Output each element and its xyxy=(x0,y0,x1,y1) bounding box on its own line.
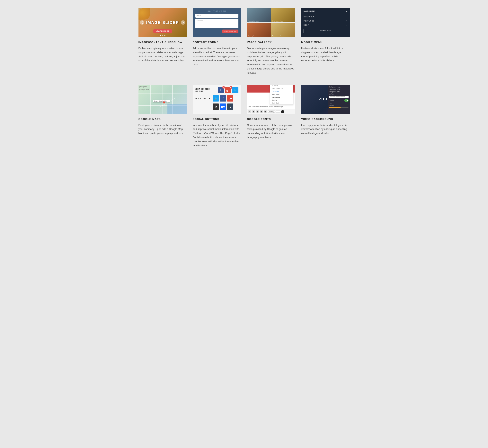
font-option-droid-serif[interactable]: Droid Serif xyxy=(270,102,293,104)
card-title-video-background: VIDEO BACKGROUND xyxy=(301,118,350,120)
video-opacity-slider-track[interactable] xyxy=(329,107,348,108)
map-label-times-square: Times Square xyxy=(139,87,151,88)
fonts-toolbar-btn-3[interactable]: ⬛ xyxy=(256,110,259,113)
hamburger-icon[interactable]: ≡ xyxy=(346,10,347,13)
gallery-caption-4: Type caption here xyxy=(272,35,283,37)
slider-dot-2[interactable] xyxy=(162,35,163,36)
gallery-cell-4[interactable]: Type caption here xyxy=(271,23,295,37)
card-desc-mobile-menu: Horizontal site menu folds itself into a… xyxy=(301,46,350,63)
video-panel-overlay: Overlay xyxy=(329,99,348,102)
follow-facebook-button[interactable]: f xyxy=(220,95,226,102)
video-url-input[interactable]: http://www.youtube.com/watd xyxy=(329,96,348,98)
video-opacity-slider-fill xyxy=(329,107,341,108)
video-panel-label-bg-video: Background Video xyxy=(329,91,340,92)
share-facebook-button[interactable]: f 192 xyxy=(218,87,224,93)
fonts-editor-toolbar: ✂ ⬛ ⬛ ⬛ ⬛ Raleway 17 xyxy=(247,109,296,114)
gallery-caption-3: Type caption here xyxy=(248,35,259,37)
contact-form-heading: CONTACT FORM xyxy=(195,10,239,12)
contact-form-name-input[interactable]: Name* xyxy=(195,14,239,18)
slider-learn-more-button[interactable]: LEARN MORE xyxy=(153,29,172,33)
mobile-menu-download-button[interactable]: DOWNLOAD xyxy=(304,29,347,33)
googleplus-count-badge: 47 xyxy=(229,86,232,89)
map-text-labels: Jacob K. Javits Times Square Convention … xyxy=(139,86,151,92)
font-option-pt-sans[interactable]: PT Sans xyxy=(270,85,293,87)
follow-twitter-button[interactable]: 🐦 xyxy=(213,95,219,102)
video-panel-bg-color: Background Color xyxy=(329,89,348,90)
font-dropdown[interactable]: PT Sans Open Sans Con... ✓Raleway Droid … xyxy=(270,85,293,105)
slider-dots xyxy=(160,35,166,36)
map-preview: Jacob K. Javits Times Square Convention … xyxy=(138,85,187,114)
font-size-select[interactable]: 17 xyxy=(276,111,280,113)
share-icons-row: f 192 g+ 47 🐦 xyxy=(218,87,239,93)
fonts-toolbar-btn-4[interactable]: ⬛ xyxy=(260,110,263,113)
contact-form-message-input[interactable]: Message xyxy=(195,19,239,28)
mobile-menu-item-overview[interactable]: OVERVIEW xyxy=(304,15,347,19)
card-image-slider: IMAGE SLIDER LEARN MORE ❮ ❯ IMAGE/CONTEN… xyxy=(138,8,187,75)
slider-prev-arrow[interactable]: ❮ xyxy=(140,20,144,25)
facebook-follow-icon: f xyxy=(223,97,224,100)
help-expand-arrow-icon: ▼ xyxy=(346,24,347,26)
fonts-toolbar-btn-1[interactable]: ✂ xyxy=(248,110,251,113)
tumblr-icon: t xyxy=(230,105,231,108)
font-option-ubuntu[interactable]: Ubuntu xyxy=(270,99,293,102)
map-pin-close-icon[interactable]: × xyxy=(168,100,169,102)
card-title-google-maps: GOOGLE MAPS xyxy=(138,118,187,120)
map-label-javits: Jacob K. Javits xyxy=(139,86,151,87)
gallery-cell-3[interactable]: Type caption here xyxy=(247,23,271,37)
contact-form-submit-button[interactable]: CONTACT US xyxy=(222,30,238,33)
share-twitter-button[interactable]: 🐦 xyxy=(232,87,239,93)
video-panel-opacity: Opacity xyxy=(329,105,348,106)
slider-next-arrow[interactable]: ❯ xyxy=(181,20,185,25)
font-option-opensans[interactable]: Open Sans Con... xyxy=(270,87,293,90)
gallery-cell-1[interactable]: Type caption here xyxy=(247,8,271,22)
follow-icons-row: 🐦 f g+ xyxy=(213,95,233,102)
contact-form-preview: CONTACT FORM Name* Message CONTACT US xyxy=(193,8,241,37)
follow-tumblr-button[interactable]: t xyxy=(227,104,233,110)
card-image-google-maps: Jacob K. Javits Times Square Convention … xyxy=(138,85,187,114)
font-option-raleway[interactable]: ✓Raleway xyxy=(270,90,293,93)
slider-dot-3[interactable] xyxy=(164,35,166,36)
card-image-social-buttons: SHARE THIS PAGE! f 192 g+ 47 🐦 xyxy=(193,85,241,114)
gallery-cell-2[interactable]: Type caption here xyxy=(271,8,295,22)
map-road-v2 xyxy=(162,85,163,114)
font-option-droid-sans[interactable]: Droid Sans xyxy=(270,93,293,96)
font-option-montserrat[interactable]: Montserrat xyxy=(270,96,293,99)
follow-behance-button[interactable]: Bē xyxy=(220,104,226,110)
card-image-gallery-preview: Type caption here Type caption here Type… xyxy=(247,8,296,37)
card-desc-google-maps: Point your customers in the location of … xyxy=(138,123,187,135)
share-googleplus-button[interactable]: g+ 47 xyxy=(225,87,231,93)
card-title-image-slider: IMAGE/CONTENT SLIDESHOW xyxy=(138,41,187,44)
googleplus-follow-icon: g+ xyxy=(229,97,232,100)
map-water-area xyxy=(168,104,187,114)
card-image-video-background: VIDEO Background Image Background Color … xyxy=(301,85,350,114)
github-icon: ⚙ xyxy=(215,105,217,108)
fonts-toolbar-btn-2[interactable]: ⬛ xyxy=(252,110,255,113)
font-color-button[interactable] xyxy=(281,110,284,113)
card-image-contact-form: CONTACT FORM Name* Message CONTACT US xyxy=(193,8,241,37)
follow-googleplus-button[interactable]: g+ xyxy=(227,95,233,102)
card-desc-contact-forms: Add a subscribe or contact form to your … xyxy=(193,46,241,67)
share-label: SHARE THIS PAGE! xyxy=(195,88,216,93)
fonts-toolbar-btn-5[interactable]: ⬛ xyxy=(264,110,267,113)
font-family-select[interactable]: Raleway xyxy=(268,111,275,113)
card-image-mobile-menu: MOBIRISE ≡ OVERVIEW FEATURES ▼ HELP ▼ DO… xyxy=(301,8,350,37)
mobile-menu-item-help[interactable]: HELP ▼ xyxy=(304,23,347,27)
video-panel-label-color: Color xyxy=(329,103,332,104)
video-panel-label-bg-image: Background Image xyxy=(329,86,341,88)
social-buttons-preview: SHARE THIS PAGE! f 192 g+ 47 🐦 xyxy=(193,85,241,114)
slider-dot-1[interactable] xyxy=(160,35,161,36)
card-desc-google-fonts: Choose one or more of the most popular f… xyxy=(247,123,296,139)
font-checkmark-icon: ✓ xyxy=(272,90,273,92)
card-video-background: VIDEO Background Image Background Color … xyxy=(301,85,350,148)
follow-github-button[interactable]: ⚙ xyxy=(213,104,219,110)
video-background-preview: VIDEO Background Image Background Color … xyxy=(301,85,350,114)
card-image-google-fonts: PT Sans Open Sans Con... ✓Raleway Droid … xyxy=(247,85,296,114)
card-title-contact-forms: CONTACT FORMS xyxy=(193,41,241,44)
mobile-menu-item-features[interactable]: FEATURES ▼ xyxy=(304,19,347,23)
video-overlay-toggle[interactable] xyxy=(344,99,349,102)
gallery-caption-2: Type caption here xyxy=(272,20,283,22)
mobile-menu-item-label-help: HELP xyxy=(304,24,309,26)
card-desc-image-gallery: Demonstrate your images in masonry mobil… xyxy=(247,46,296,75)
map-location-pin-icon[interactable]: 📍 xyxy=(161,101,167,106)
video-panel-bg-video: Background Video xyxy=(329,91,348,92)
